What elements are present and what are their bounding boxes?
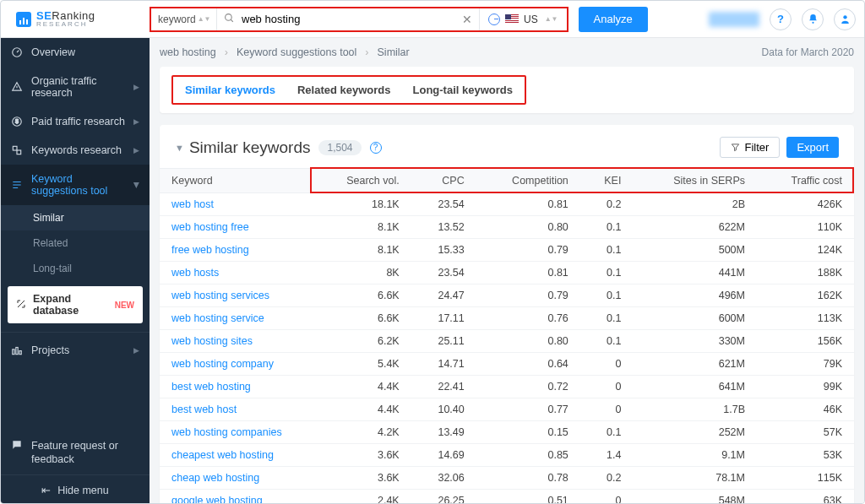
export-button[interactable]: Export <box>786 137 839 158</box>
notifications-button[interactable] <box>802 8 824 30</box>
col-sites[interactable]: Sites in SERPs <box>633 169 757 193</box>
cell-vol: 3.6K <box>312 467 411 490</box>
col-cpc[interactable]: CPC <box>411 169 476 193</box>
nav-projects-label: Projects <box>31 344 69 356</box>
keyword-link[interactable]: web host <box>171 198 214 210</box>
svg-text:$: $ <box>15 118 19 124</box>
svg-rect-14 <box>13 350 14 355</box>
subnav-similar[interactable]: Similar <box>1 205 150 230</box>
table-row[interactable]: cheap web hosting3.6K32.060.780.278.1M11… <box>160 467 854 490</box>
breadcrumb: web hosting › Keyword suggestions tool ›… <box>160 46 854 58</box>
subnav-related[interactable]: Related <box>1 230 150 256</box>
cell-tc: 46K <box>757 398 854 421</box>
keyword-link[interactable]: best web hosting <box>171 381 251 393</box>
cell-comp: 0.80 <box>476 216 580 239</box>
search-engine-select[interactable]: US ▲▼ <box>479 8 567 30</box>
cell-tc: 79K <box>757 353 854 376</box>
nav-keyword-suggestions[interactable]: Keyword suggestions tool ▶ <box>1 165 150 205</box>
table-row[interactable]: web hosting free8.1K13.520.800.1622M110K <box>160 216 854 239</box>
tab-longtail[interactable]: Long-tail keywords <box>413 84 513 96</box>
table-row[interactable]: google web hosting2.4K26.250.510548M63K <box>160 490 854 505</box>
col-traffic[interactable]: Traffic cost <box>757 169 854 193</box>
keyword-link[interactable]: web hosting service <box>171 312 264 324</box>
logo[interactable]: SERanking RESEARCH <box>1 10 150 28</box>
keyword-link[interactable]: web hosting companies <box>171 426 282 438</box>
logo-sub: RESEARCH <box>36 21 95 28</box>
help-button[interactable]: ? <box>770 8 792 30</box>
keyword-link[interactable]: web hosts <box>171 267 219 279</box>
keyword-link[interactable]: best web host <box>171 404 237 415</box>
filter-button[interactable]: Filter <box>720 137 781 158</box>
keyword-link[interactable]: cheapest web hosting <box>171 449 274 461</box>
subnav-longtail[interactable]: Long-tail <box>1 256 150 281</box>
user-menu[interactable] <box>834 8 856 30</box>
table-row[interactable]: web hosting sites6.2K25.110.800.1330M156… <box>160 330 854 353</box>
chat-icon <box>11 439 23 467</box>
keyword-link[interactable]: cheap web hosting <box>171 472 259 484</box>
keyword-link[interactable]: web hosting free <box>171 221 249 233</box>
table-row[interactable]: web hosting companies4.2K13.490.150.1252… <box>160 421 854 444</box>
logo-icon <box>16 12 31 27</box>
cell-cpc: 23.54 <box>411 193 476 216</box>
nav-paid[interactable]: $ Paid traffic research ▶ <box>1 107 150 136</box>
search-scope-select[interactable]: keyword ▲▼ <box>151 8 217 30</box>
col-keyword[interactable]: Keyword <box>160 169 312 193</box>
col-search-vol[interactable]: Search vol. <box>312 169 411 193</box>
keyword-link[interactable]: web hosting services <box>171 290 269 301</box>
cell-sites: 496M <box>633 285 757 307</box>
cell-vol: 2.4K <box>312 490 411 505</box>
nav-keywords-research[interactable]: Keywords research ▶ <box>1 136 150 165</box>
nav-organic[interactable]: Organic traffic research ▶ <box>1 67 150 107</box>
cell-sites: 2B <box>633 193 757 216</box>
breadcrumb-keyword[interactable]: web hosting <box>160 46 216 58</box>
cell-tc: 162K <box>757 285 854 307</box>
tab-similar[interactable]: Similar keywords <box>185 84 275 96</box>
cell-vol: 6.2K <box>312 330 411 353</box>
col-kei[interactable]: KEI <box>580 169 634 193</box>
expand-icon <box>16 299 26 312</box>
svg-point-2 <box>812 22 813 24</box>
svg-rect-16 <box>19 351 21 355</box>
results-count: 1,504 <box>318 140 361 155</box>
nav-overview[interactable]: Overview <box>1 38 150 67</box>
table-row[interactable]: cheapest web hosting3.6K14.690.851.49.1M… <box>160 444 854 467</box>
col-competition[interactable]: Competition <box>476 169 580 193</box>
cell-cpc: 15.33 <box>411 239 476 262</box>
search-input[interactable] <box>242 13 455 25</box>
table-row[interactable]: best web host4.4K10.400.7701.7B46K <box>160 398 854 421</box>
tab-related[interactable]: Related keywords <box>297 84 391 96</box>
help-icon[interactable]: ? <box>370 142 382 154</box>
hide-menu-button[interactable]: ⇤ Hide menu <box>1 474 150 504</box>
account-redacted <box>709 12 759 27</box>
table-row[interactable]: free web hosting8.1K15.330.790.1500M124K <box>160 239 854 262</box>
clear-icon[interactable]: ✕ <box>462 13 472 26</box>
table-row[interactable]: web hosting service6.6K17.110.760.1600M1… <box>160 307 854 330</box>
chevron-right-icon: › <box>365 46 368 58</box>
svg-line-5 <box>17 51 19 52</box>
tabs-highlight: Similar keywords Related keywords Long-t… <box>171 75 526 105</box>
keyword-link[interactable]: web hosting company <box>171 358 274 370</box>
table-row[interactable]: web hosting company5.4K14.710.640621M79K <box>160 353 854 376</box>
collapse-icon[interactable]: ▼ <box>175 143 184 153</box>
expand-database-button[interactable]: Expand database NEW <box>8 286 143 323</box>
table-row[interactable]: web host18.1K23.540.810.22B426K <box>160 193 854 216</box>
cell-tc: 99K <box>757 376 854 398</box>
table-row[interactable]: web hosting services6.6K24.470.790.1496M… <box>160 285 854 307</box>
keyword-link[interactable]: google web hosting <box>171 495 263 504</box>
analyze-button[interactable]: Analyze <box>579 7 648 32</box>
cell-comp: 0.81 <box>476 262 580 285</box>
cell-comp: 0.81 <box>476 193 580 216</box>
table-row[interactable]: web hosts8K23.540.810.1441M188K <box>160 262 854 285</box>
keyword-link[interactable]: free web hosting <box>171 244 249 256</box>
svg-rect-15 <box>16 348 18 355</box>
data-date: Data for March 2020 <box>762 46 854 58</box>
cell-tc: 113K <box>757 307 854 330</box>
breadcrumb-tool[interactable]: Keyword suggestions tool <box>237 46 356 58</box>
cell-vol: 4.4K <box>312 398 411 421</box>
keyword-link[interactable]: web hosting sites <box>171 335 253 347</box>
gauge-icon <box>11 46 23 58</box>
main-content: web hosting › Keyword suggestions tool ›… <box>150 38 864 504</box>
feature-request-link[interactable]: Feature request or feedback <box>1 431 150 475</box>
table-row[interactable]: best web hosting4.4K22.410.720641M99K <box>160 376 854 398</box>
nav-projects[interactable]: Projects ▶ <box>1 336 150 365</box>
